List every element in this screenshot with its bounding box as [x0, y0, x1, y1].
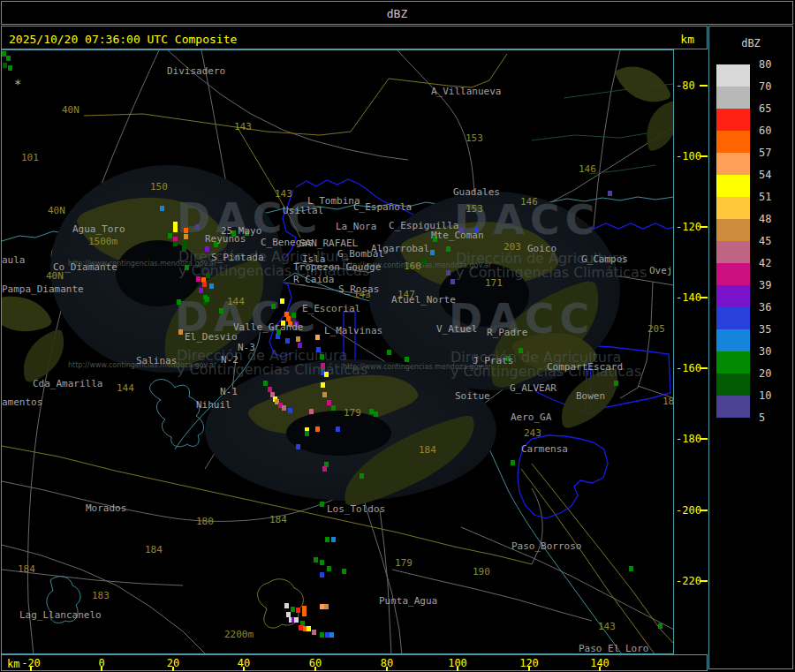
- route-number-label: 203: [504, 242, 521, 252]
- dbz-legend: dBZ 807065605754514845423936353020105: [708, 26, 793, 669]
- right-axis-label: -200: [676, 505, 701, 516]
- legend-value: 45: [759, 236, 771, 246]
- radar-echo-pixel: [202, 282, 207, 287]
- place-label: N-1: [220, 387, 238, 396]
- legend-swatch: [716, 219, 750, 241]
- right-axis-label: -220: [676, 576, 701, 586]
- radar-echo-pixel: [185, 265, 189, 270]
- route-number-label: 184: [269, 515, 287, 525]
- radar-echo-pixel: [331, 405, 336, 411]
- place-label: V_Atuel: [436, 324, 477, 334]
- right-axis-tick: [700, 367, 708, 369]
- place-label: Guadales: [453, 187, 500, 197]
- route-number-label: 184: [145, 545, 163, 555]
- right-axis-tick: [700, 226, 708, 228]
- radar-echo-pixel: [292, 313, 296, 318]
- legend-value: 57: [759, 147, 771, 158]
- place-label: Soitue: [455, 391, 490, 401]
- place-label: L_Malvinas: [324, 326, 382, 336]
- radar-echo-pixel: [168, 233, 172, 238]
- place-label: Bowen: [576, 391, 605, 401]
- right-axis-tick: [700, 85, 708, 87]
- place-label: S_Pintada: [211, 253, 264, 262]
- place-label: R_Caida: [293, 275, 334, 284]
- radar-echo-pixel: [206, 273, 210, 278]
- radar-echo-pixel: [263, 381, 268, 386]
- radar-echo-pixel: [315, 335, 320, 340]
- radar-echo-pixel: [298, 343, 302, 348]
- bottom-axis-tick: [314, 667, 316, 671]
- place-label: Valle_Grande: [233, 322, 303, 332]
- right-axis-label: -100: [676, 151, 701, 162]
- radar-echo-pixel: [321, 382, 325, 388]
- bottom-axis: km -20020406080100120140: [1, 654, 708, 671]
- right-axis-tick: [700, 580, 708, 582]
- radar-echo-pixel: [320, 502, 324, 507]
- radar-echo-pixel: [296, 608, 300, 613]
- place-label: Agua_Toro: [72, 224, 125, 234]
- legend-swatch: [716, 307, 750, 329]
- place-label: Oveja: [649, 266, 674, 276]
- radar-echo-pixel: [296, 336, 300, 342]
- place-label: amentos: [2, 397, 42, 407]
- legend-swatch: [716, 396, 750, 418]
- place-label: N-3: [238, 343, 255, 352]
- radar-echo-pixel: [296, 444, 300, 449]
- place-label: E_Escorial: [302, 304, 360, 313]
- radar-echo-pixel: [327, 566, 331, 571]
- asterisk-marker: *: [14, 77, 21, 91]
- radar-echo-pixel: [316, 347, 321, 352]
- route-number-label: 40N: [48, 206, 65, 215]
- radar-echo-pixel: [307, 626, 311, 631]
- watermark-url-text: http://www.contingencias.mendoza.gov.ar: [343, 363, 491, 371]
- radar-echo-pixel: [321, 363, 325, 368]
- radar-echo-pixel: [309, 409, 314, 414]
- radar-echo-pixel: [325, 537, 329, 542]
- route-number-label: 143: [598, 622, 616, 631]
- legend-swatch: [716, 241, 750, 263]
- legend-value: 48: [759, 214, 771, 224]
- legend-swatch: [716, 175, 750, 197]
- radar-echo-pixel: [195, 224, 200, 230]
- legend-swatch: [716, 285, 750, 307]
- legend-value: 39: [759, 280, 771, 291]
- radar-echo-pixel: [291, 607, 295, 612]
- place-label: SAN_RAFAEL: [299, 238, 358, 248]
- radar-echo-pixel: [280, 298, 284, 304]
- radar-echo-pixel: [450, 279, 455, 284]
- radar-echo-pixel: [322, 466, 327, 472]
- place-label: J_Prats: [473, 356, 513, 366]
- place-label: Morados: [86, 503, 126, 513]
- radar-echo-pixel: [519, 348, 523, 353]
- right-axis-tick: [700, 510, 708, 511]
- route-number-label: 143: [275, 189, 292, 199]
- place-label: Los_Toldos: [327, 504, 385, 514]
- right-axis-label: -180: [676, 434, 701, 444]
- radar-map[interactable]: DACCDirección de Agriculturay Contingenc…: [1, 49, 674, 654]
- bottom-axis-tick: [599, 667, 601, 671]
- route-number-label: 143: [234, 122, 252, 132]
- dacc-logo-watermark: [205, 359, 496, 501]
- radar-echo-pixel: [312, 630, 316, 635]
- bottom-axis-tick: [243, 667, 245, 671]
- route-number-label: 184: [419, 445, 436, 455]
- radar-echo-pixel: [284, 603, 289, 608]
- route-number-label: 150: [150, 182, 168, 192]
- radar-echo-pixel: [614, 381, 618, 386]
- legend-swatch: [716, 197, 750, 219]
- place-label: Divisadero: [167, 66, 225, 76]
- radar-echo-pixel: [294, 617, 299, 623]
- place-label: Goico: [527, 244, 556, 253]
- place-label: Carmensa: [521, 444, 568, 454]
- logo-inner-circle: [286, 411, 391, 456]
- bottom-axis-tick: [101, 667, 102, 671]
- radar-echo-pixel: [182, 245, 186, 251]
- route-number-label: 153: [466, 133, 483, 143]
- bottom-axis-tick: [172, 667, 174, 671]
- legend-title: dBZ: [709, 37, 792, 49]
- legend-swatch: [716, 351, 750, 374]
- radar-echo-pixel: [199, 288, 203, 293]
- radar-echo-pixel: [3, 63, 7, 68]
- route-number-label: 243: [524, 428, 541, 438]
- route-number-label: 160: [404, 261, 421, 271]
